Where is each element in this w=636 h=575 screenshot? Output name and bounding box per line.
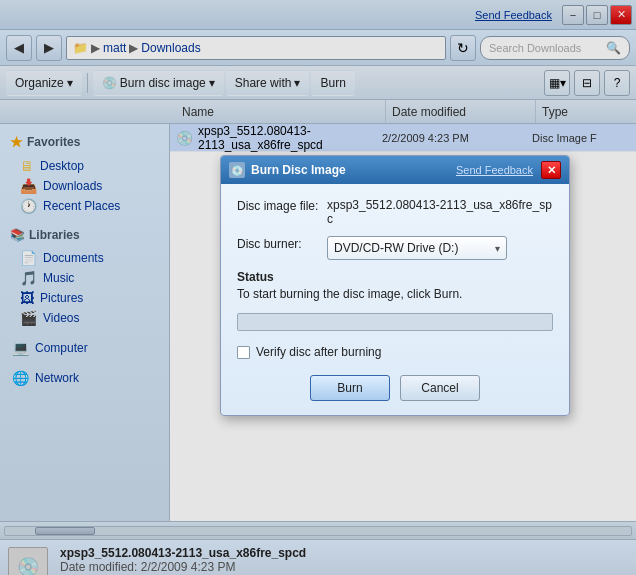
- verify-label: Verify disc after burning: [256, 345, 381, 359]
- status-group: Status To start burning the disc image, …: [237, 270, 553, 301]
- dropdown-arrow-icon: ▾: [495, 243, 500, 254]
- verify-checkbox[interactable]: [237, 346, 250, 359]
- disc-burner-value: DVD/CD-RW Drive (D:): [334, 241, 489, 255]
- modal-overlay: 💿 Burn Disc Image Send Feedback ✕ Disc i…: [0, 0, 636, 575]
- modal-title: Burn Disc Image: [251, 163, 456, 177]
- verify-checkbox-row[interactable]: Verify disc after burning: [237, 345, 553, 359]
- status-label: Status: [237, 270, 553, 284]
- modal-send-feedback-link[interactable]: Send Feedback: [456, 164, 533, 176]
- disc-image-value: xpsp3_5512.080413-2113_usa_x86fre_spc: [327, 198, 553, 226]
- cancel-action-button[interactable]: Cancel: [400, 375, 480, 401]
- modal-buttons: Burn Cancel: [237, 375, 553, 401]
- modal-body: Disc image file: xpsp3_5512.080413-2113_…: [221, 184, 569, 415]
- progress-bar: [237, 313, 553, 331]
- disc-burner-field: Disc burner: DVD/CD-RW Drive (D:) ▾: [237, 236, 553, 260]
- disc-image-field: Disc image file: xpsp3_5512.080413-2113_…: [237, 198, 553, 226]
- disc-image-label: Disc image file:: [237, 198, 327, 213]
- disc-burner-label: Disc burner:: [237, 236, 327, 251]
- status-message: To start burning the disc image, click B…: [237, 287, 553, 301]
- modal-close-button[interactable]: ✕: [541, 161, 561, 179]
- disc-burner-dropdown[interactable]: DVD/CD-RW Drive (D:) ▾: [327, 236, 507, 260]
- burn-disc-dialog: 💿 Burn Disc Image Send Feedback ✕ Disc i…: [220, 155, 570, 416]
- modal-disc-icon: 💿: [229, 162, 245, 178]
- modal-title-bar: 💿 Burn Disc Image Send Feedback ✕: [221, 156, 569, 184]
- burn-action-button[interactable]: Burn: [310, 375, 390, 401]
